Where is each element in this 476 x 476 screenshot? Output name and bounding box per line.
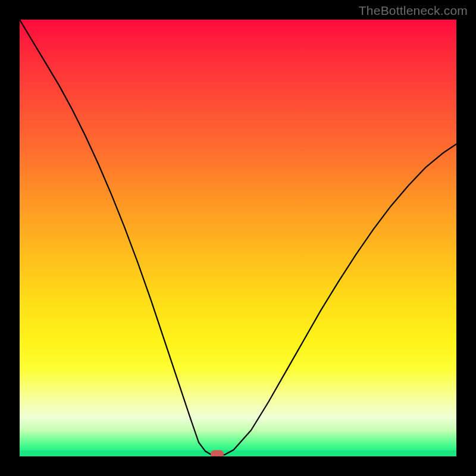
optimum-marker	[211, 450, 224, 456]
chart-frame: TheBottleneck.com	[0, 0, 476, 476]
plot-area	[20, 20, 456, 456]
bottleneck-curve	[20, 20, 456, 456]
watermark-text: TheBottleneck.com	[359, 4, 468, 18]
